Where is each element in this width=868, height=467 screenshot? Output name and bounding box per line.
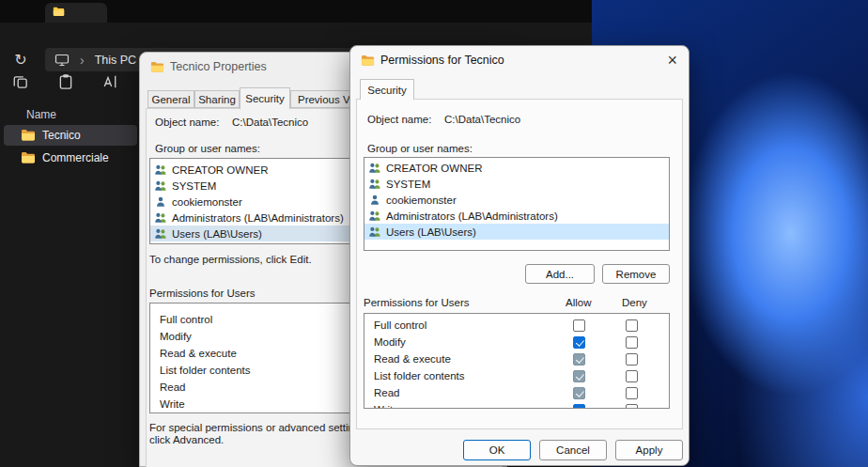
list-item-label: SYSTEM xyxy=(172,180,216,192)
list-item-label: cookiemonster xyxy=(172,196,242,208)
permission-row-read-execute: Read & execute xyxy=(364,351,669,368)
rename-icon xyxy=(102,73,119,94)
paste-icon xyxy=(57,73,74,94)
list-item-creator-owner[interactable]: CREATOR OWNER xyxy=(364,160,669,176)
list-item-administrators[interactable]: Administrators (LAB\Administrators) xyxy=(364,208,669,224)
remove-button[interactable]: Remove xyxy=(602,264,670,284)
allow-checkbox-read[interactable] xyxy=(573,387,585,399)
list-item-label: Administrators (LAB\Administrators) xyxy=(172,212,344,224)
object-name-label: Object name: xyxy=(367,114,431,125)
allow-checkbox-full-control[interactable] xyxy=(573,319,585,332)
list-item-label: cookiemonster xyxy=(386,195,457,206)
column-header-name[interactable]: Name xyxy=(26,108,56,121)
allow-checkbox-read-execute[interactable] xyxy=(573,353,585,366)
permissions-label: Permissions for Users xyxy=(364,297,469,308)
explorer-tab[interactable] xyxy=(45,3,107,23)
folder-icon xyxy=(361,54,375,71)
user-icon xyxy=(154,195,167,209)
permission-row-modify: Modify xyxy=(364,335,669,351)
explorer-tab-strip xyxy=(0,0,592,23)
permission-row-full-control: Full control xyxy=(364,318,669,335)
list-item-label: Users (LAB\Users) xyxy=(386,226,476,238)
deny-checkbox-write[interactable] xyxy=(626,404,638,409)
list-item-label: CREATOR OWNER xyxy=(386,163,482,174)
group-list-label: Group or user names: xyxy=(367,143,473,154)
list-item-label: SYSTEM xyxy=(386,179,430,190)
permission-name: Read & execute xyxy=(374,353,451,365)
permission-name: Write xyxy=(374,404,399,409)
group-icon xyxy=(368,210,381,223)
dialog-title: Permissions for Tecnico xyxy=(380,54,504,67)
deny-column-header: Deny xyxy=(622,297,647,308)
list-item-system[interactable]: SYSTEM xyxy=(364,176,669,192)
group-icon xyxy=(368,178,381,191)
rename-button[interactable] xyxy=(98,71,124,96)
tab-general[interactable]: General xyxy=(147,90,194,108)
copy-button[interactable] xyxy=(8,71,34,96)
ok-button[interactable]: OK xyxy=(463,440,531,460)
folder-icon xyxy=(150,60,164,78)
object-name-value: C:\Data\Tecnico xyxy=(232,117,308,128)
permission-row-list-folder-contents: List folder contents xyxy=(364,368,669,385)
list-item-label: Administrators (LAB\Administrators) xyxy=(386,210,558,222)
group-list-label: Group or user names: xyxy=(155,143,260,154)
group-listbox: CREATOR OWNER SYSTEM cookiemonster Admin… xyxy=(364,157,670,251)
list-item-users[interactable]: Users (LAB\Users) xyxy=(364,224,669,240)
group-icon xyxy=(154,163,167,177)
list-item-label: Users (LAB\Users) xyxy=(172,228,262,240)
list-item-cookiemonster[interactable]: cookiemonster xyxy=(364,192,669,208)
object-name-label: Object name: xyxy=(155,117,219,128)
edit-hint: To change permissions, click Edit. xyxy=(149,254,312,265)
permissions-listbox: Full control Modify Read & execute List … xyxy=(364,313,670,409)
close-button[interactable]: × xyxy=(667,50,677,70)
permission-row-write: Write xyxy=(364,402,669,409)
file-row-commerciale[interactable]: Commerciale xyxy=(4,148,137,168)
group-icon xyxy=(368,162,381,175)
permissions-label: Permissions for Users xyxy=(149,288,255,299)
tab-sharing[interactable]: Sharing xyxy=(194,90,240,108)
file-name: Tecnico xyxy=(42,129,81,142)
folder-icon xyxy=(21,150,36,165)
tab-security[interactable]: Security xyxy=(240,87,290,109)
allow-checkbox-modify[interactable] xyxy=(573,336,585,349)
folder-icon xyxy=(53,5,65,22)
permission-name: Full control xyxy=(374,319,426,331)
file-name: Commerciale xyxy=(42,151,109,164)
screen: ↻ › This PC › Local Disk (C:) › Data › xyxy=(0,0,868,467)
file-row-tecnico[interactable]: Tecnico xyxy=(4,125,137,146)
permission-name: Read xyxy=(374,387,400,398)
allow-checkbox-list-folder-contents[interactable] xyxy=(573,370,585,382)
deny-checkbox-read[interactable] xyxy=(626,387,638,399)
allow-column-header: Allow xyxy=(566,297,591,308)
permission-name: List folder contents xyxy=(374,370,465,381)
list-item-label: CREATOR OWNER xyxy=(172,164,268,176)
cancel-button[interactable]: Cancel xyxy=(539,440,607,460)
permission-row-read: Read xyxy=(364,385,669,402)
add-button[interactable]: Add... xyxy=(525,264,595,284)
folder-icon xyxy=(21,128,36,143)
group-icon xyxy=(154,227,167,241)
allow-checkbox-write[interactable] xyxy=(573,404,585,409)
user-icon xyxy=(368,194,381,207)
permissions-dialog: Permissions for Tecnico × Security Objec… xyxy=(349,45,690,466)
deny-checkbox-list-folder-contents[interactable] xyxy=(626,370,638,382)
object-name-value: C:\Data\Tecnico xyxy=(444,114,520,125)
deny-checkbox-full-control[interactable] xyxy=(626,319,638,332)
dialog-title: Tecnico Properties xyxy=(170,60,267,73)
advanced-hint-line2: click Advanced. xyxy=(149,434,224,445)
advanced-hint-line1: For special permissions or advanced sett… xyxy=(149,422,368,433)
group-icon xyxy=(154,179,167,193)
group-icon xyxy=(154,211,167,225)
deny-checkbox-modify[interactable] xyxy=(626,336,638,349)
group-icon xyxy=(368,226,381,239)
apply-button[interactable]: Apply xyxy=(615,440,683,460)
tab-security[interactable]: Security xyxy=(360,79,414,100)
copy-icon xyxy=(12,73,29,94)
permission-name: Modify xyxy=(374,336,406,348)
deny-checkbox-read-execute[interactable] xyxy=(626,353,638,366)
paste-button[interactable] xyxy=(53,71,79,96)
